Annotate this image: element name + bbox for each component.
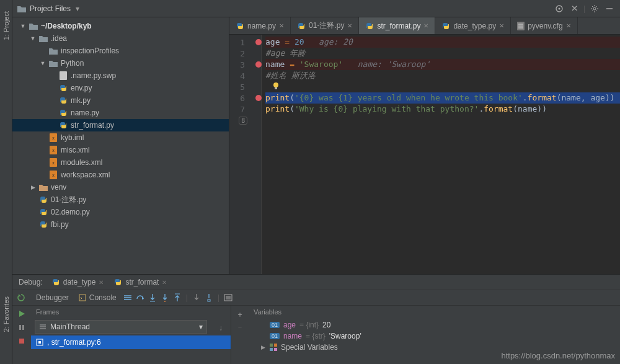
svg-rect-28: [79, 295, 86, 301]
debugger-tab[interactable]: Debugger: [31, 293, 74, 302]
chevron-down-icon[interactable]: ▾: [76, 4, 79, 13]
prev-frame-icon[interactable]: ↓: [219, 324, 223, 332]
tree-item[interactable]: xmisc.xml: [12, 144, 229, 156]
rerun-icon[interactable]: [17, 293, 26, 302]
tree-item[interactable]: ▶venv: [12, 181, 229, 193]
collapse-all-icon[interactable]: [569, 3, 580, 14]
svg-rect-3: [60, 71, 67, 80]
code-line[interactable]: [265, 81, 620, 92]
tree-item-label: workspace.xml: [61, 171, 110, 179]
svg-text:x: x: [52, 161, 55, 165]
variables-title: Variables: [249, 306, 620, 318]
tree-item[interactable]: .name.py.swp: [12, 69, 229, 82]
close-tab-icon[interactable]: ✕: [566, 22, 571, 29]
tree-item[interactable]: fbi.py: [12, 218, 229, 231]
favorites-tool-button[interactable]: 2: Favorites: [2, 291, 10, 339]
force-step-into-icon[interactable]: [159, 293, 171, 302]
tree-item[interactable]: ▼.idea: [12, 32, 229, 45]
run-to-cursor-icon[interactable]: [203, 293, 215, 302]
code-line[interactable]: print('Why is {0} playing with that pyth…: [265, 104, 620, 115]
tree-item[interactable]: 02.demo.py: [12, 206, 229, 218]
editor-tab[interactable]: pyvenv.cfg✕: [511, 17, 577, 34]
tree-item-label: .name.py.swp: [71, 71, 116, 80]
thread-dropdown[interactable]: MainThread ▾: [35, 320, 207, 334]
tree-item[interactable]: str_format.py: [12, 119, 229, 131]
step-out-icon[interactable]: [171, 293, 184, 302]
tab-label: str_format.py: [377, 22, 420, 30]
stack-frame-row[interactable]: , str_format.py:6: [31, 335, 231, 349]
close-tab-icon[interactable]: ✕: [499, 22, 504, 29]
console-tab[interactable]: Console: [74, 293, 122, 302]
close-icon[interactable]: ✕: [99, 279, 104, 286]
code-line[interactable]: [265, 115, 620, 126]
drop-frame-icon[interactable]: [190, 293, 203, 302]
breakpoint-icon[interactable]: [255, 95, 262, 101]
editor-tab[interactable]: 01-注释.py✕: [291, 17, 359, 34]
breakpoint-icon[interactable]: [255, 39, 262, 45]
tab-label: pyvenv.cfg: [528, 22, 562, 30]
editor-tab[interactable]: date_type.py✕: [435, 17, 511, 34]
gear-icon[interactable]: [589, 3, 600, 14]
close-icon[interactable]: ✕: [162, 279, 167, 286]
tree-item[interactable]: mk.py: [12, 94, 229, 107]
close-tab-icon[interactable]: ✕: [279, 22, 284, 29]
expand-arrow-icon[interactable]: ▼: [30, 35, 36, 42]
py-icon: [297, 22, 306, 30]
editor-tab[interactable]: str_format.py✕: [359, 17, 435, 34]
svg-rect-39: [274, 348, 277, 351]
tree-item[interactable]: 01-注释.py: [12, 193, 229, 206]
tree-item[interactable]: xkyb.iml: [12, 131, 229, 144]
debug-session-tab[interactable]: date_type ✕: [46, 276, 109, 288]
editor-content[interactable]: age = 20 age: 20#age 年龄name = 'Swaroop' …: [262, 35, 620, 274]
code-line[interactable]: #姓名 斯沃洛: [265, 70, 620, 81]
step-over-icon[interactable]: [134, 294, 146, 301]
threads-icon[interactable]: [122, 295, 134, 301]
tree-item[interactable]: env.py: [12, 82, 229, 94]
expand-arrow-icon[interactable]: ▼: [20, 23, 26, 29]
py-icon: [38, 207, 48, 217]
evaluate-expression-icon[interactable]: [222, 294, 234, 301]
code-line[interactable]: #age 年龄: [265, 48, 620, 59]
close-tab-icon[interactable]: ✕: [423, 22, 428, 29]
intention-bulb-icon[interactable]: [272, 81, 280, 90]
variable-row[interactable]: 01 name = {str} 'Swaroop': [249, 331, 620, 342]
tree-item[interactable]: ▼Python: [12, 57, 229, 69]
tree-item[interactable]: xmodules.xml: [12, 156, 229, 169]
editor-gutter[interactable]: 12345678: [229, 35, 262, 274]
tree-item[interactable]: ▼~/Desktop/kyb: [12, 20, 229, 32]
code-line[interactable]: age = 20 age: 20: [265, 37, 620, 48]
remove-watch-icon[interactable]: －: [234, 321, 246, 333]
tree-item[interactable]: name.py: [12, 107, 229, 119]
step-into-icon[interactable]: [146, 293, 159, 302]
breakpoint-icon[interactable]: [255, 61, 262, 68]
xml-icon: x: [48, 133, 58, 143]
pause-icon[interactable]: [16, 322, 28, 333]
debug-label: Debug:: [19, 278, 43, 286]
folder-icon: [48, 58, 58, 68]
project-view-mode[interactable]: Project Files: [30, 4, 71, 13]
expand-arrow-icon[interactable]: ▼: [40, 60, 46, 66]
close-tab-icon[interactable]: ✕: [347, 22, 352, 29]
tree-item[interactable]: xworkspace.xml: [12, 169, 229, 181]
frames-list[interactable]: , str_format.py:6: [31, 335, 231, 364]
expand-arrow-icon[interactable]: ▶: [30, 184, 36, 190]
hide-panel-icon[interactable]: [604, 3, 615, 14]
resume-icon[interactable]: [16, 308, 28, 319]
project-tool-button[interactable]: 1: Project: [2, 6, 10, 47]
stop-icon[interactable]: [16, 335, 28, 347]
svg-text:x: x: [52, 136, 55, 140]
code-line[interactable]: print('{0} was {1} years old when he wro…: [265, 92, 620, 104]
tree-item-label: modules.xml: [61, 158, 102, 167]
editor-tab[interactable]: name.py✕: [229, 17, 291, 34]
scroll-to-source-icon[interactable]: [554, 3, 565, 14]
xml-icon: x: [48, 170, 58, 180]
py-icon: [58, 120, 68, 130]
add-watch-icon[interactable]: ＋: [234, 308, 246, 321]
debug-session-tab[interactable]: str_format ✕: [108, 276, 172, 288]
tree-item[interactable]: inspectionProfiles: [12, 45, 229, 57]
project-tree[interactable]: ▼~/Desktop/kyb▼.ideainspectionProfiles▼P…: [12, 17, 229, 274]
tab-label: date_type.py: [453, 22, 496, 30]
code-editor[interactable]: 12345678 age = 20 age: 20#age 年龄name = '…: [229, 35, 620, 274]
variable-row[interactable]: 01 age = {int} 20: [249, 319, 620, 331]
code-line[interactable]: name = 'Swaroop' name: 'Swaroop': [265, 59, 620, 70]
